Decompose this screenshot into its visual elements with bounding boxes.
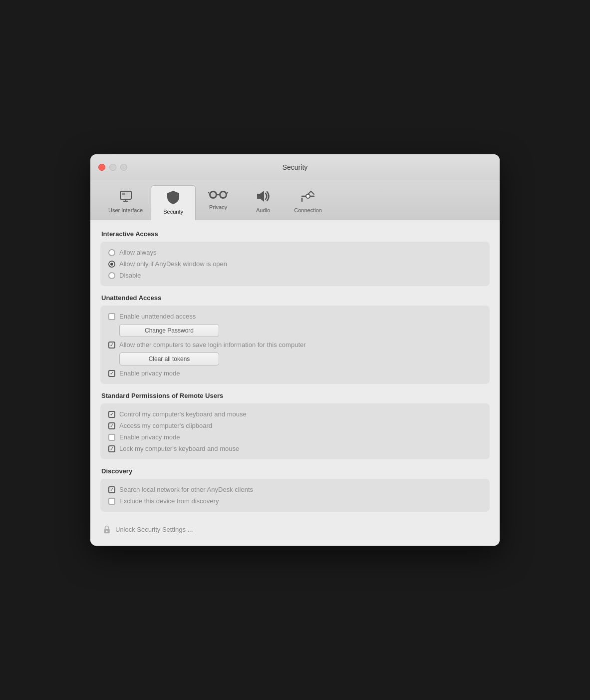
- tab-privacy-label: Privacy: [209, 204, 227, 210]
- checkbox-enable-unattended[interactable]: Enable unattended access: [108, 313, 482, 320]
- checkbox-search-local[interactable]: Search local network for other AnyDesk c…: [108, 486, 482, 493]
- standard-permissions-title: Standard Permissions of Remote Users: [100, 392, 490, 399]
- svg-line-10: [208, 192, 209, 193]
- content-area: Interactive Access Allow always Allow on…: [90, 220, 500, 546]
- checkbox-keyboard-mouse-label: Control my computer's keyboard and mouse: [119, 410, 247, 418]
- ui-icon: [119, 189, 133, 205]
- tab-audio-label: Audio: [256, 207, 270, 213]
- checkbox-privacy-mode-perms[interactable]: Enable privacy mode: [108, 433, 482, 441]
- toolbar: User Interface Security: [90, 180, 500, 220]
- titlebar: Security: [90, 154, 500, 180]
- radio-allow-if-open[interactable]: Allow only if AnyDesk window is open: [108, 260, 482, 268]
- radio-allow-always-indicator: [108, 249, 115, 256]
- tab-privacy[interactable]: Privacy: [196, 185, 241, 220]
- change-password-button[interactable]: Change Password: [119, 324, 219, 337]
- checkbox-save-login-label: Allow other computers to save login info…: [119, 341, 306, 349]
- checkbox-keyboard-mouse[interactable]: Control my computer's keyboard and mouse: [108, 410, 482, 418]
- interactive-access-title: Interactive Access: [100, 230, 490, 238]
- radio-disable-indicator: [108, 272, 115, 279]
- checkbox-exclude-discovery-label: Exclude this device from discovery: [119, 497, 219, 505]
- minimize-button[interactable]: [109, 164, 116, 171]
- audio-icon: [255, 189, 271, 205]
- checkbox-clipboard-label: Access my computer's clipboard: [119, 422, 212, 429]
- checkbox-privacy-mode-unattended-label: Enable privacy mode: [119, 369, 180, 377]
- svg-point-14: [306, 194, 310, 198]
- glasses-icon: [208, 189, 228, 202]
- close-button[interactable]: [98, 164, 105, 171]
- traffic-lights: [98, 164, 127, 171]
- checkbox-clipboard[interactable]: Access my computer's clipboard: [108, 422, 482, 429]
- unlock-row[interactable]: Unlock Security Settings ...: [100, 520, 490, 536]
- radio-allow-always-label: Allow always: [119, 249, 156, 256]
- checkbox-lock-keyboard-label: Lock my computer's keyboard and mouse: [119, 445, 239, 452]
- checkbox-privacy-mode-unattended-box: [108, 370, 115, 377]
- interactive-access-section: Allow always Allow only if AnyDesk windo…: [100, 242, 490, 286]
- svg-point-6: [211, 192, 216, 197]
- standard-permissions-section: Control my computer's keyboard and mouse…: [100, 403, 490, 459]
- checkbox-privacy-mode-perms-label: Enable privacy mode: [119, 433, 180, 441]
- checkbox-search-local-label: Search local network for other AnyDesk c…: [119, 486, 253, 493]
- radio-allow-if-open-indicator: [108, 261, 115, 268]
- checkbox-exclude-discovery-box: [108, 498, 115, 505]
- unlock-label: Unlock Security Settings ...: [115, 526, 193, 533]
- checkbox-lock-keyboard[interactable]: Lock my computer's keyboard and mouse: [108, 445, 482, 452]
- lock-icon: [102, 525, 111, 534]
- discovery-section: Search local network for other AnyDesk c…: [100, 479, 490, 512]
- checkbox-clipboard-box: [108, 422, 115, 429]
- checkbox-keyboard-mouse-box: [108, 411, 115, 418]
- tab-security-label: Security: [163, 209, 183, 215]
- tab-connection[interactable]: Connection: [286, 185, 330, 220]
- tab-connection-label: Connection: [294, 207, 322, 213]
- svg-line-16: [311, 191, 314, 194]
- svg-point-8: [221, 192, 226, 197]
- radio-allow-if-open-label: Allow only if AnyDesk window is open: [119, 260, 227, 268]
- svg-marker-12: [257, 191, 264, 202]
- checkbox-search-local-box: [108, 486, 115, 493]
- svg-point-19: [106, 530, 107, 532]
- window-title: Security: [283, 163, 308, 171]
- connection-icon: [300, 189, 316, 205]
- tab-user-interface-label: User Interface: [108, 207, 143, 213]
- clear-tokens-button[interactable]: Clear all tokens: [119, 352, 219, 365]
- discovery-title: Discovery: [100, 467, 490, 475]
- main-window: Security User Interface Securit: [90, 154, 500, 546]
- checkbox-lock-keyboard-box: [108, 445, 115, 452]
- checkbox-save-login[interactable]: Allow other computers to save login info…: [108, 341, 482, 349]
- svg-line-15: [308, 191, 311, 194]
- unattended-access-section: Enable unattended access Change Password…: [100, 306, 490, 384]
- radio-disable[interactable]: Disable: [108, 272, 482, 279]
- checkbox-save-login-box: [108, 342, 115, 349]
- tab-audio[interactable]: Audio: [241, 185, 286, 220]
- radio-allow-always[interactable]: Allow always: [108, 249, 482, 256]
- tab-security[interactable]: Security: [151, 185, 196, 220]
- tab-user-interface[interactable]: User Interface: [100, 185, 151, 220]
- unattended-access-title: Unattended Access: [100, 294, 490, 302]
- checkbox-enable-unattended-box: [108, 313, 115, 320]
- maximize-button[interactable]: [120, 164, 127, 171]
- checkbox-privacy-mode-perms-box: [108, 434, 115, 441]
- checkbox-exclude-discovery[interactable]: Exclude this device from discovery: [108, 497, 482, 505]
- radio-disable-label: Disable: [119, 272, 141, 279]
- svg-rect-2: [122, 193, 125, 195]
- svg-line-11: [227, 192, 228, 193]
- shield-icon: [166, 190, 180, 207]
- checkbox-enable-unattended-label: Enable unattended access: [119, 313, 196, 320]
- checkbox-privacy-mode-unattended[interactable]: Enable privacy mode: [108, 369, 482, 377]
